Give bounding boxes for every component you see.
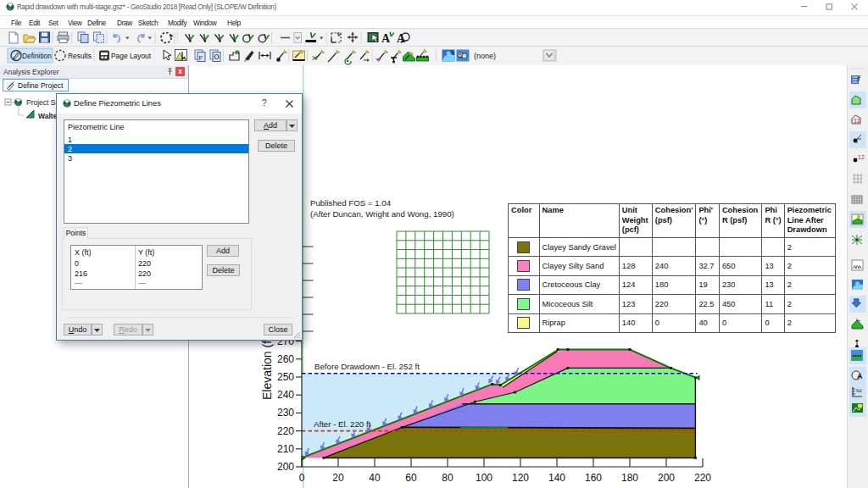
svg-text:Published FOS = 1.04: Published FOS = 1.04 [310, 198, 392, 208]
svg-text:120: 120 [512, 472, 529, 484]
svg-text:Page Layout: Page Layout [111, 52, 152, 60]
svg-text:200: 200 [277, 461, 294, 473]
svg-text:80: 80 [442, 472, 453, 484]
svg-text:180: 180 [621, 472, 638, 484]
svg-text:0: 0 [299, 472, 305, 484]
svg-text:12: 12 [854, 118, 860, 124]
svg-text:6d: 6d [856, 388, 862, 393]
svg-text:60: 60 [405, 472, 417, 484]
svg-text:230: 230 [277, 407, 294, 419]
svg-text:220: 220 [277, 425, 294, 437]
svg-text:A: A [857, 372, 863, 380]
svg-text:12: 12 [858, 154, 865, 160]
svg-text:6: 6 [459, 53, 462, 58]
svg-text:100: 100 [476, 472, 492, 484]
svg-text:Elevation (ft): Elevation (ft) [260, 333, 274, 400]
svg-text:(After Duncan, Wright and Wong: (After Duncan, Wright and Wong, 1990) [310, 209, 454, 219]
svg-text:(none): (none) [474, 52, 496, 60]
svg-text:210: 210 [277, 443, 294, 455]
svg-text:Before Drawdown - El. 252 ft: Before Drawdown - El. 252 ft [314, 362, 420, 371]
svg-text:20: 20 [332, 472, 344, 484]
svg-text:200: 200 [658, 472, 675, 484]
svg-text:Definition: Definition [22, 52, 52, 60]
svg-text:f: f [858, 75, 861, 83]
svg-text:40: 40 [369, 472, 381, 484]
svg-text:After - El. 220 ft: After - El. 220 ft [314, 419, 371, 429]
svg-text:240: 240 [277, 389, 294, 401]
svg-text:A: A [381, 32, 391, 45]
svg-text:260: 260 [277, 353, 294, 365]
svg-text:140: 140 [548, 472, 565, 484]
svg-text:F: F [199, 54, 203, 62]
svg-text:160: 160 [585, 472, 602, 484]
svg-text:Results: Results [68, 52, 92, 60]
svg-text:220: 220 [694, 472, 711, 484]
svg-text:250: 250 [277, 371, 294, 383]
